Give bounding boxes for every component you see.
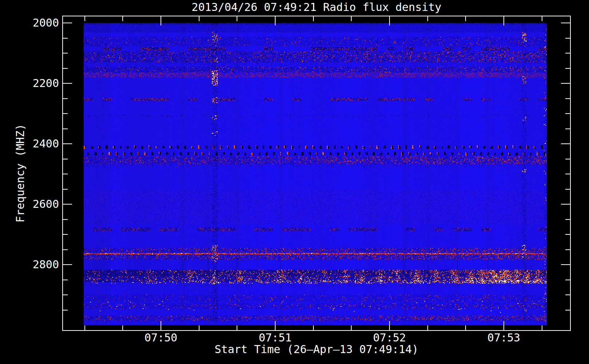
plot-title: 2013/04/26 07:49:21 Radio flux density <box>63 1 570 13</box>
tick-mark <box>565 219 570 220</box>
tick-mark <box>389 321 390 330</box>
tick-mark <box>63 280 68 280</box>
tick-mark <box>565 159 570 159</box>
tick-mark <box>63 53 68 54</box>
tick-mark <box>565 98 570 99</box>
tick-mark <box>351 325 352 330</box>
y-tick-label: 2600 <box>0 198 59 210</box>
y-tick-label: 2000 <box>0 17 59 29</box>
tick-mark <box>313 16 314 21</box>
x-tick-label: 07:53 <box>471 332 537 344</box>
tick-mark <box>84 16 85 21</box>
tick-mark <box>565 294 570 295</box>
tick-mark <box>63 128 68 129</box>
x-axis-label: Start Time (26–Apr–13 07:49:14) <box>63 344 570 355</box>
tick-mark <box>63 143 72 144</box>
x-tick-label: 07:51 <box>242 332 308 344</box>
tick-mark <box>565 38 570 39</box>
y-tick-label: 2400 <box>0 138 59 150</box>
tick-mark <box>122 325 123 330</box>
tick-mark <box>565 189 570 190</box>
tick-mark <box>565 174 570 174</box>
tick-mark <box>561 264 570 265</box>
tick-mark <box>63 219 68 220</box>
tick-mark <box>561 83 570 84</box>
tick-mark <box>465 16 466 21</box>
tick-mark <box>542 16 542 21</box>
tick-mark <box>427 16 428 21</box>
spectrogram-figure: 2013/04/26 07:49:21 Radio flux density F… <box>0 0 589 364</box>
tick-mark <box>63 113 68 114</box>
tick-mark <box>63 249 68 250</box>
tick-mark <box>351 16 352 21</box>
x-tick-label: 07:50 <box>128 332 194 344</box>
tick-mark <box>63 23 72 23</box>
tick-mark <box>565 280 570 280</box>
tick-mark <box>63 68 68 69</box>
tick-mark <box>237 16 237 21</box>
tick-mark <box>465 325 466 330</box>
tick-mark <box>63 83 72 84</box>
tick-mark <box>275 16 276 25</box>
tick-mark <box>122 16 123 21</box>
tick-mark <box>63 98 68 99</box>
tick-mark <box>565 68 570 69</box>
tick-mark <box>565 249 570 250</box>
tick-mark <box>63 294 68 295</box>
tick-mark <box>565 234 570 235</box>
tick-mark <box>565 113 570 114</box>
tick-mark <box>63 234 68 235</box>
x-tick-label: 07:52 <box>357 332 422 344</box>
tick-mark <box>63 310 68 310</box>
tick-mark <box>63 159 68 159</box>
tick-mark <box>161 16 161 25</box>
tick-mark <box>565 128 570 129</box>
tick-mark <box>63 38 68 39</box>
tick-mark <box>199 325 199 330</box>
tick-mark <box>275 321 276 330</box>
tick-mark <box>427 325 428 330</box>
tick-mark <box>503 321 504 330</box>
tick-mark <box>63 264 72 265</box>
tick-mark <box>199 16 199 21</box>
tick-mark <box>565 310 570 310</box>
tick-mark <box>63 204 72 205</box>
tick-mark <box>389 16 390 25</box>
y-tick-label: 2200 <box>0 78 59 89</box>
y-tick-label: 2800 <box>0 259 59 270</box>
tick-mark <box>237 325 237 330</box>
tick-mark <box>503 16 504 25</box>
tick-mark <box>84 325 85 330</box>
axis-box <box>62 16 571 331</box>
tick-mark <box>313 325 314 330</box>
tick-mark <box>542 325 542 330</box>
tick-mark <box>561 143 570 144</box>
tick-mark <box>63 189 68 190</box>
tick-mark <box>561 23 570 23</box>
tick-mark <box>565 53 570 54</box>
tick-mark <box>161 321 161 330</box>
tick-mark <box>63 174 68 174</box>
tick-mark <box>561 204 570 205</box>
